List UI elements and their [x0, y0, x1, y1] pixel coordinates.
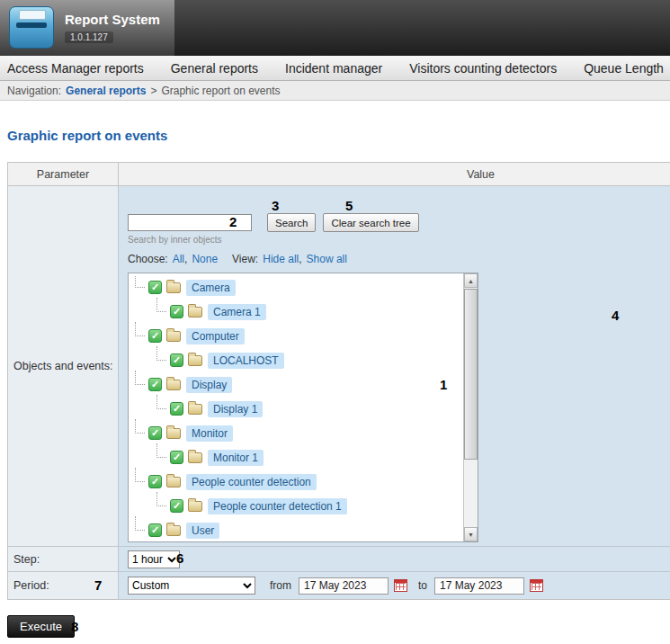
tree-connector-line [156, 443, 166, 458]
menu-item-visitors-counting-detectors[interactable]: Visitors counting detectors [409, 61, 557, 76]
view-hide-all-link[interactable]: Hide all [263, 253, 299, 265]
checkbox-checked-icon[interactable] [170, 402, 183, 416]
tree-node[interactable]: LOCALHOST [130, 348, 462, 372]
tree-node[interactable]: Monitor 1 [130, 445, 462, 470]
tree-scrollbar[interactable] [463, 273, 478, 541]
parameter-column-header: Parameter [8, 163, 119, 185]
tree-connector-line [135, 468, 145, 482]
clear-search-tree-button[interactable]: Clear search tree [323, 213, 418, 232]
callout-3: 3 [272, 198, 279, 213]
folder-icon [166, 525, 181, 536]
from-label: from [270, 579, 291, 592]
checkbox-checked-icon[interactable] [148, 475, 162, 488]
callout-7: 7 [94, 577, 102, 593]
menu-bar: Access Manager reportsGeneral reportsInc… [0, 56, 670, 81]
app-header: Report System 1.0.1.127 [0, 0, 670, 56]
view-show-all-link[interactable]: Show all [307, 253, 347, 265]
menu-item-incident-manager[interactable]: Incident manager [285, 61, 382, 76]
to-date-input[interactable] [434, 577, 524, 595]
tree-node-label[interactable]: Display 1 [208, 401, 263, 417]
tree-connector-line [156, 492, 166, 506]
menu-item-queue-length[interactable]: Queue Length [584, 61, 664, 76]
checkbox-checked-icon[interactable] [170, 353, 183, 367]
tree-node[interactable]: Camera 1 [130, 300, 462, 324]
tree-node[interactable]: Display [130, 372, 462, 397]
tree-node-label[interactable]: Camera [186, 280, 236, 296]
app-version: 1.0.1.127 [65, 31, 113, 43]
from-calendar-icon[interactable] [394, 579, 407, 592]
tree-node-label[interactable]: Computer [186, 328, 245, 344]
choose-label: Choose: [128, 253, 168, 265]
folder-icon [188, 307, 202, 318]
checkbox-checked-icon[interactable] [170, 499, 183, 513]
callout-2: 2 [229, 214, 237, 229]
breadcrumb-prefix: Navigation: [7, 85, 61, 97]
checkbox-checked-icon[interactable] [148, 426, 162, 440]
objects-and-events-value: Search Clear search tree Search by inner… [119, 186, 670, 546]
to-label: to [418, 579, 427, 592]
breadcrumb-separator: > [150, 85, 156, 97]
tree-connector-line [135, 371, 145, 385]
menu-item-access-manager-reports[interactable]: Access Manager reports [7, 61, 144, 76]
tree-node[interactable]: Monitor [130, 421, 462, 445]
value-column-header: Value [119, 163, 670, 185]
folder-icon [166, 331, 181, 342]
checkbox-checked-icon[interactable] [148, 523, 162, 537]
callout-1: 1 [440, 377, 447, 392]
choose-all-link[interactable]: All [173, 253, 184, 265]
checkbox-checked-icon[interactable] [170, 305, 183, 318]
callout-6: 6 [176, 550, 183, 566]
tree-connector-line [156, 298, 166, 312]
folder-icon [166, 428, 181, 439]
objects-and-events-label: Objects and events: [8, 186, 119, 546]
folder-icon [188, 355, 202, 366]
tree-node[interactable]: Computer [130, 324, 462, 348]
step-select[interactable]: 1 hour [128, 550, 180, 568]
report-parameters-table: Parameter Value Objects and events: Sear… [7, 162, 670, 600]
scroll-thumb[interactable] [464, 289, 478, 460]
checkbox-checked-icon[interactable] [148, 378, 162, 391]
view-label: View: [232, 253, 258, 265]
menu-item-general-reports[interactable]: General reports [171, 61, 258, 76]
comma: , [184, 253, 187, 265]
breadcrumb-link-general-reports[interactable]: General reports [66, 85, 146, 97]
tree-node-label[interactable]: People counter detection 1 [208, 498, 347, 514]
tree-node-label[interactable]: Camera 1 [208, 304, 266, 320]
folder-icon [188, 452, 202, 463]
tree-node[interactable]: People counter detection 1 [130, 494, 462, 518]
tree-node[interactable]: Display 1 [130, 397, 462, 421]
tree-node[interactable]: Camera [130, 275, 462, 300]
choose-none-link[interactable]: None [192, 253, 218, 265]
folder-icon [166, 477, 181, 487]
tree-node-label[interactable]: People counter detection [186, 474, 317, 490]
tree-connector-line [135, 275, 145, 288]
checkbox-checked-icon[interactable] [148, 329, 162, 343]
tree-node[interactable]: People counter detection [130, 470, 462, 494]
step-value-cell: 1 hour [119, 547, 670, 571]
step-row: Step: 1 hour [8, 547, 670, 572]
period-label: Period: [8, 572, 119, 599]
checkbox-checked-icon[interactable] [170, 451, 183, 464]
tree-node-label[interactable]: Monitor 1 [208, 450, 264, 466]
tree-node-label[interactable]: LOCALHOST [208, 353, 284, 369]
scroll-up-icon[interactable] [464, 273, 478, 288]
checkbox-checked-icon[interactable] [148, 281, 162, 294]
tree-connector-line [135, 322, 145, 336]
from-date-input[interactable] [299, 577, 389, 595]
search-button[interactable]: Search [267, 213, 316, 232]
page: Report System 1.0.1.127 Access Manager r… [0, 0, 670, 644]
tree-rows: CameraCamera 1ComputerLOCALHOSTDisplayDi… [130, 275, 462, 541]
step-label: Step: [8, 547, 119, 571]
execute-button[interactable]: Execute [7, 615, 75, 638]
period-select[interactable]: Custom [128, 577, 255, 595]
tree-node-label[interactable]: User [186, 523, 219, 539]
tree-node[interactable]: User [130, 518, 462, 541]
page-title: Graphic report on events [7, 128, 167, 143]
period-value-cell: Custom from to [119, 572, 670, 599]
tree-connector-line [135, 516, 145, 531]
to-calendar-icon[interactable] [530, 579, 543, 592]
app-title: Report System [65, 12, 160, 27]
scroll-down-icon[interactable] [464, 527, 478, 541]
tree-node-label[interactable]: Display [186, 377, 232, 393]
tree-node-label[interactable]: Monitor [186, 425, 233, 442]
